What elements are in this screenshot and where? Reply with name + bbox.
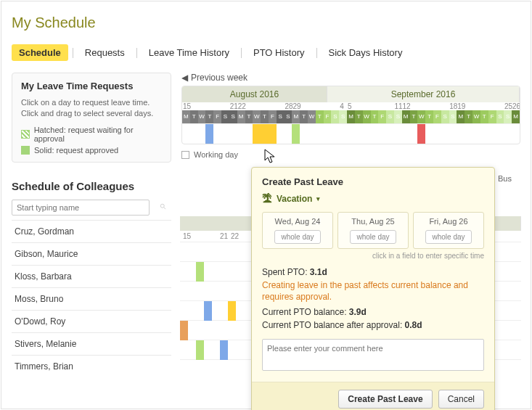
tab-pto-history[interactable]: PTO History <box>246 44 312 61</box>
leave-requests-panel: My Leave Time Requests Click on a day to… <box>12 73 171 163</box>
tab-divider <box>136 48 137 58</box>
leave-type-label: Vacation <box>277 194 312 204</box>
panel-heading: My Leave Time Requests <box>21 81 162 91</box>
chevron-left-icon: ◀ <box>181 73 188 83</box>
tab-divider <box>241 48 242 58</box>
weekday-row: MTWTFSSMTWTFSSMTWTFSSMTWTFSSMTWTFSSMTWTF… <box>182 110 520 123</box>
tab-divider <box>73 48 73 58</box>
search-input[interactable] <box>12 200 150 216</box>
day-date: Wed, Aug 24 <box>269 217 327 226</box>
svg-point-0 <box>160 204 164 208</box>
month-label: August 2016 <box>182 86 327 102</box>
day-date: Fri, Aug 26 <box>420 217 478 226</box>
palm-tree-icon: 🏝 <box>262 193 272 205</box>
day-column: Wed, Aug 24 whole day <box>262 212 333 249</box>
list-item[interactable]: Stivers, Melanie <box>12 332 171 355</box>
search-icon <box>160 203 167 210</box>
panel-description: Click on a day to request leave time. Cl… <box>21 97 162 120</box>
tab-divider <box>316 48 317 58</box>
create-leave-button[interactable]: Create Past Leave <box>338 390 432 409</box>
warning-text: Creating leave in the past affects curre… <box>262 280 484 303</box>
list-item[interactable]: Kloss, Barbara <box>12 265 171 287</box>
list-item[interactable]: O'Dowd, Roy <box>12 310 171 332</box>
legend-solid: Solid: request approved <box>21 146 162 155</box>
duration-input[interactable]: whole day <box>274 230 320 244</box>
cancel-button[interactable]: Cancel <box>438 390 484 409</box>
colleague-list: Cruz, Gordman Gibson, Maurice Kloss, Bar… <box>12 220 171 377</box>
tab-bar: Schedule Requests Leave Time History PTO… <box>12 44 520 61</box>
svg-line-1 <box>164 207 166 209</box>
popup-title: Create Past Leave <box>262 176 484 187</box>
prev-week-link[interactable]: ◀ Previous week <box>181 73 520 83</box>
legend-label: Solid: request approved <box>34 146 118 155</box>
day-column: Fri, Aug 26 whole day <box>413 212 484 249</box>
chevron-down-icon: ▾ <box>316 195 320 202</box>
create-leave-popup: Create Past Leave 🏝 Vacation ▾ Wed, Aug … <box>251 167 495 410</box>
date-header-row: 152122282945111218192526 <box>182 102 520 110</box>
list-item[interactable]: Timmers, Brian <box>12 355 171 377</box>
day-date: Thu, Aug 25 <box>344 217 402 226</box>
balance-line: Current PTO balance: 3.9d <box>262 307 484 317</box>
tab-sick-history[interactable]: Sick Days History <box>322 44 410 61</box>
spent-pto-line: Spent PTO: 3.1d <box>262 267 484 277</box>
legend-label: Hatched: request waiting for approval <box>34 126 162 143</box>
tab-schedule[interactable]: Schedule <box>12 44 68 61</box>
hint-text: click in a field to enter specific time <box>262 252 484 260</box>
duration-input[interactable]: whole day <box>425 230 471 244</box>
balance-after-line: Current PTO balance after approval: 0.8d <box>262 320 484 330</box>
hatched-swatch <box>21 130 30 139</box>
day-column: Thu, Aug 25 whole day <box>337 212 409 249</box>
calendar-legend: Working day <box>181 150 520 159</box>
list-item[interactable]: Moss, Bruno <box>12 287 171 310</box>
checkbox-icon[interactable] <box>181 151 189 159</box>
my-calendar[interactable]: August 2016 September 2016 1521222829451… <box>181 86 520 144</box>
colleagues-heading: Schedule of Colleagues <box>12 180 171 192</box>
list-item[interactable]: Gibson, Maurice <box>12 242 171 265</box>
solid-swatch <box>21 146 30 155</box>
duration-input[interactable]: whole day <box>350 230 396 244</box>
legend-text-fragment: Bus <box>498 174 512 183</box>
comment-input[interactable] <box>262 339 484 371</box>
tab-leave-history[interactable]: Leave Time History <box>142 44 237 61</box>
list-item[interactable]: Cruz, Gordman <box>12 220 171 242</box>
working-day-label: Working day <box>194 150 238 159</box>
month-label: September 2016 <box>327 86 520 102</box>
my-schedule-row[interactable] <box>182 123 520 144</box>
leave-type-selector[interactable]: 🏝 Vacation ▾ <box>262 193 484 205</box>
legend-hatched: Hatched: request waiting for approval <box>21 126 162 143</box>
tab-requests[interactable]: Requests <box>78 44 132 61</box>
prev-week-label: Previous week <box>191 73 247 83</box>
page-title: My Schedule <box>12 15 520 31</box>
